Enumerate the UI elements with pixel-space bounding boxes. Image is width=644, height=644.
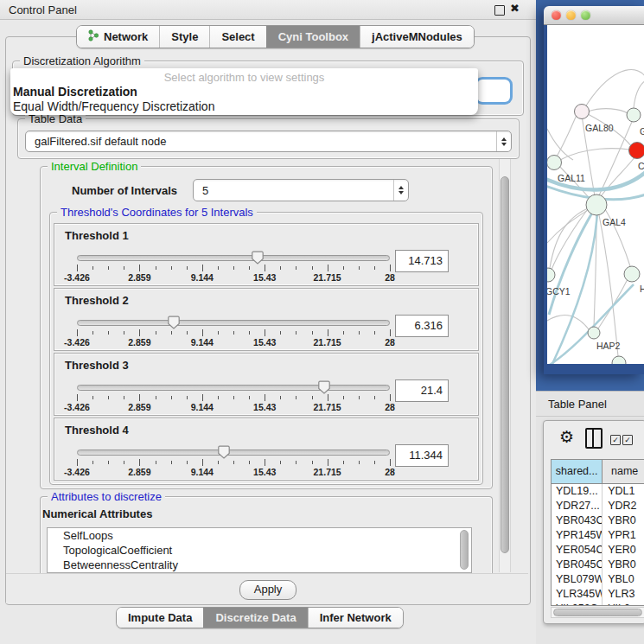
cell-name: YDL1 <box>603 484 644 499</box>
cell-name: YIL0 <box>603 602 644 606</box>
panel-scrollbar[interactable] <box>499 159 511 572</box>
threshold-slider-2[interactable]: -3.4262.8599.14415.4321.71528 <box>77 318 390 348</box>
number-of-intervals-label: Number of Intervals <box>72 184 177 197</box>
cell-shared-name: YBL079W <box>552 572 603 587</box>
node-label: GAL80 <box>585 123 614 133</box>
node-table[interactable]: shared... name YDL19...YDL1YDR27...YDR2Y… <box>551 459 644 606</box>
network-node-h[interactable] <box>624 266 640 282</box>
network-node-gal80[interactable] <box>575 105 590 119</box>
tick-label: 2.859 <box>128 467 150 477</box>
cell-name: YBR0 <box>603 513 644 528</box>
threshold-value-field-1[interactable]: 14.713 <box>395 250 449 272</box>
number-of-intervals-combobox[interactable]: 5 <box>193 179 409 201</box>
tick-label: 21.715 <box>314 467 341 477</box>
tab-impute-data[interactable]: Impute Data <box>117 608 203 628</box>
network-node-hap2[interactable] <box>588 327 600 339</box>
checkbox-icon[interactable]: ✓ <box>610 435 621 445</box>
tab-network-label: Network <box>104 30 148 43</box>
cell-name: YLR3 <box>603 587 644 602</box>
threshold-slider-1[interactable]: -3.4262.8599.14415.4321.71528 <box>77 253 390 283</box>
attribute-item-betweennesscentrality[interactable]: BetweennessCentrality <box>48 558 471 572</box>
top-tab-bar: NetworkStyleSelectCyni ToolboxjActiveMNo… <box>76 25 475 48</box>
algorithm-options: Manual DiscretizationEqual Width/Frequen… <box>10 85 478 114</box>
slider-handle[interactable] <box>318 380 330 398</box>
attribute-item-selfloops[interactable]: SelfLoops <box>48 528 471 543</box>
divider <box>536 416 644 417</box>
list-scrollbar[interactable] <box>460 530 469 570</box>
close-traffic-light-icon[interactable] <box>552 10 561 20</box>
split-view-icon[interactable] <box>585 428 603 449</box>
network-node-gal11[interactable] <box>547 156 562 170</box>
tab-style[interactable]: Style <box>159 26 209 48</box>
cell-name: YDR2 <box>603 499 644 513</box>
threshold-value-field-2[interactable]: 6.316 <box>395 315 449 337</box>
slider-handle[interactable] <box>218 445 230 462</box>
gear-icon[interactable]: ⚙ <box>559 429 574 445</box>
numerical-attributes-list[interactable]: SelfLoopsTopologicalCoefficientBetweenne… <box>47 527 472 573</box>
table-data-combobox[interactable]: galFiltered.sif default node <box>25 131 512 152</box>
table-row[interactable]: YBR043CYBR0 <box>552 513 644 528</box>
tab-infer-network[interactable]: Infer Network <box>308 608 403 628</box>
table-row[interactable]: YPR145WYPR1 <box>552 528 644 543</box>
slider-handle[interactable] <box>252 251 264 268</box>
tick-label: -3.426 <box>64 337 90 348</box>
threshold-value-field-4[interactable]: 11.344 <box>395 444 449 467</box>
threshold-value-field-3[interactable]: 21.4 <box>395 379 449 402</box>
algorithm-option-equal-width-frequency-discretization[interactable]: Equal Width/Frequency Discretization <box>10 99 478 114</box>
network-node-gcy1[interactable] <box>547 268 555 282</box>
threshold-slider-3[interactable]: -3.4262.8599.14415.4321.71528 <box>77 383 390 412</box>
table-row[interactable]: YLR345WYLR3 <box>552 587 644 602</box>
network-canvas[interactable]: GAL80GACGAL11GAL4GCY1HHAP2 <box>547 25 644 364</box>
node-label: HAP2 <box>596 341 621 351</box>
float-window-icon[interactable] <box>494 5 505 16</box>
tab-jactivemnodules[interactable]: jActiveMNodules <box>360 26 474 48</box>
tab-network[interactable]: Network <box>77 26 159 48</box>
tab-discretize-data-label: Discretize Data <box>215 611 296 624</box>
tick-label: 9.144 <box>191 272 214 283</box>
hscrollbar-thumb[interactable] <box>553 609 642 616</box>
table-row[interactable]: YIL052CYIL0 <box>552 602 644 606</box>
column-header-name[interactable]: name <box>603 460 644 483</box>
threshold-label: Threshold 3 <box>65 359 129 372</box>
table-row[interactable]: YBL079WYBL0 <box>552 572 644 587</box>
close-icon[interactable]: ✖ <box>510 2 520 15</box>
tab-discretize-data[interactable]: Discretize Data <box>203 608 307 628</box>
table-hscrollbar[interactable] <box>551 607 644 618</box>
cell-shared-name: YBR045C <box>552 558 603 572</box>
network-node-c[interactable] <box>629 143 644 159</box>
table-row[interactable]: YDR27...YDR2 <box>552 499 644 513</box>
tick-label: 9.144 <box>191 337 214 348</box>
tab-cyni-toolbox[interactable]: Cyni Toolbox <box>266 26 360 48</box>
node-label: H <box>640 284 644 294</box>
attributes-group-label: Attributes to discretize <box>48 490 165 503</box>
zoom-traffic-light-icon[interactable] <box>581 10 590 20</box>
minimize-traffic-light-icon[interactable] <box>566 10 576 20</box>
tab-select[interactable]: Select <box>209 26 265 48</box>
algorithm-option-manual-discretization[interactable]: Manual Discretization <box>10 85 478 99</box>
network-node[interactable] <box>612 356 626 364</box>
tick-label: 21.715 <box>314 337 341 348</box>
apply-button[interactable]: Apply <box>239 580 296 600</box>
table-row[interactable]: YDL19...YDL1 <box>552 484 644 499</box>
tab-style-label: Style <box>171 30 198 43</box>
numerical-attributes-label: Numerical Attributes <box>42 507 152 520</box>
slider-handle[interactable] <box>168 316 180 333</box>
checkbox-icon[interactable]: ✓ <box>622 435 633 445</box>
network-node-gal4[interactable] <box>586 194 607 215</box>
column-header-shared[interactable]: shared... <box>552 460 603 483</box>
cell-shared-name: YER054C <box>552 543 603 558</box>
table-row[interactable]: YER054CYER0 <box>552 543 644 558</box>
network-edge <box>634 80 644 108</box>
network-graph: GAL80GACGAL11GAL4GCY1HHAP2 <box>547 25 644 364</box>
algorithm-combobox-focused[interactable] <box>477 80 510 102</box>
attribute-item-topologicalcoefficient[interactable]: TopologicalCoefficient <box>48 543 471 558</box>
number-of-intervals-value: 5 <box>194 184 393 197</box>
network-frame: GAL80GACGAL11GAL4GCY1HHAP2 <box>544 25 644 374</box>
threshold-panel-3: Threshold 3-3.4262.8599.14415.4321.71528… <box>54 353 479 416</box>
scrollbar-thumb[interactable] <box>501 176 509 553</box>
network-node-ga[interactable] <box>627 108 641 122</box>
interval-definition-label: Interval Definition <box>48 160 141 173</box>
threshold-slider-4[interactable]: -3.4262.8599.14415.4321.71528 <box>77 448 390 477</box>
cell-name: YER0 <box>603 543 644 558</box>
table-row[interactable]: YBR045CYBR0 <box>552 558 644 572</box>
